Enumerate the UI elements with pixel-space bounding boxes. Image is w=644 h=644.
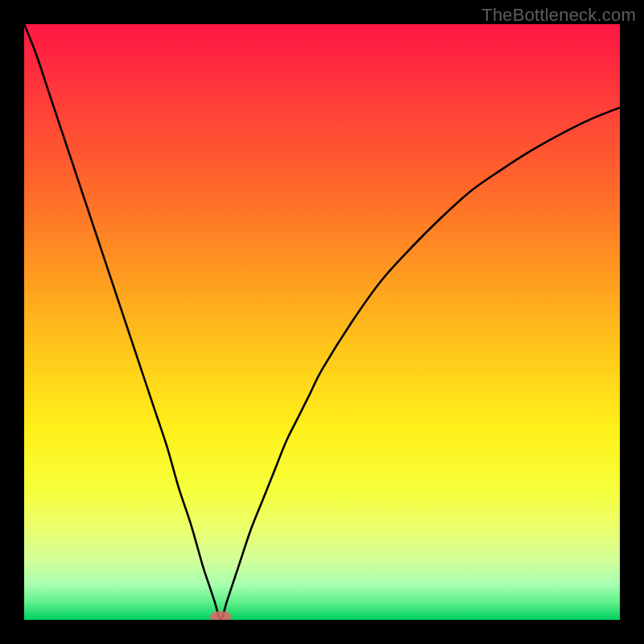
bottleneck-chart: [24, 24, 620, 620]
gradient-background: [24, 24, 620, 620]
chart-area: [24, 24, 620, 620]
watermark-text: TheBottleneck.com: [481, 5, 636, 26]
